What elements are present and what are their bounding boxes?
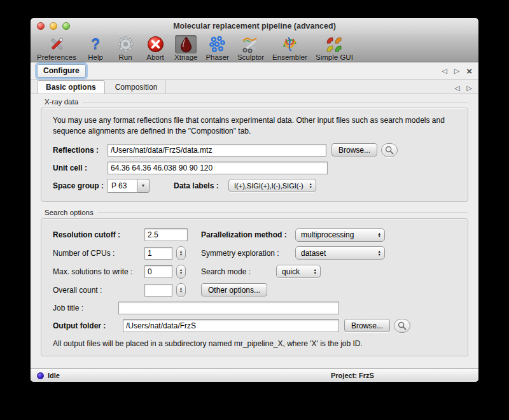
- parallelization-label: Parallelization method :: [201, 230, 295, 239]
- toolbar-label: Sculptor: [237, 53, 264, 61]
- search-group-label: Search options: [45, 209, 94, 216]
- toolbar-item-sculptor[interactable]: Sculptor: [237, 35, 264, 61]
- project-label: Project: FrzS: [331, 372, 374, 379]
- output-note: All output files will be placed in a sub…: [53, 339, 456, 348]
- toolbar-item-help[interactable]: ? Help: [85, 35, 106, 61]
- group-divider: [98, 212, 468, 213]
- toolbar-item-abort[interactable]: Abort: [144, 35, 166, 61]
- num-cpus-input[interactable]: [144, 247, 172, 260]
- next-page-icon[interactable]: ▷: [454, 67, 459, 74]
- title-bar: Molecular replacement pipeline (advanced…: [31, 18, 478, 34]
- run-gear-icon: [115, 35, 136, 53]
- tab-scroll-nav: ◁ ▷: [454, 85, 472, 92]
- stepper-down-icon: ▼: [179, 272, 183, 275]
- cpus-row: Number of CPUs : ▲ ▼ Symmetry exploratio…: [53, 246, 456, 260]
- toolbar-item-preferences[interactable]: Preferences: [37, 35, 76, 61]
- window-title: Molecular replacement pipeline (advanced…: [173, 22, 336, 31]
- output-inspect-button[interactable]: [394, 319, 410, 333]
- unit-cell-label: Unit cell :: [53, 164, 108, 172]
- overall-count-input[interactable]: [144, 284, 172, 297]
- reflections-row: Reflections : Browse...: [53, 143, 456, 157]
- parallelization-popup[interactable]: multiprocessing ▲▼: [295, 228, 385, 242]
- configure-row: Configure ◁ ▷ ×: [31, 62, 478, 80]
- resolution-row: Resolution cutoff : Parallelization meth…: [53, 228, 456, 242]
- help-question-icon: ?: [85, 35, 106, 53]
- data-labels-value: I(+),SIGI(+),I(-),SIGI(-): [234, 182, 305, 190]
- tab-composition[interactable]: Composition: [106, 80, 167, 94]
- toolbar-item-xtriage[interactable]: Xtriage: [174, 35, 197, 61]
- job-title-row: Job title :: [53, 302, 456, 314]
- reflections-browse-button[interactable]: Browse...: [331, 143, 377, 157]
- stepper-down-icon: ▼: [179, 290, 183, 293]
- max-solutions-input[interactable]: [144, 265, 172, 278]
- unit-cell-input[interactable]: [108, 162, 328, 174]
- tab-basic-options[interactable]: Basic options: [37, 80, 105, 94]
- reflections-input[interactable]: [108, 144, 326, 157]
- toolbar-label: Xtriage: [174, 53, 197, 61]
- search-mode-label: Search mode :: [201, 267, 276, 276]
- phaser-molecule-icon: [207, 35, 228, 53]
- output-folder-label: Output folder :: [53, 321, 123, 330]
- search-mode-value: quick: [282, 267, 310, 276]
- search-group-header: Search options: [45, 209, 468, 216]
- traffic-lights: [37, 22, 70, 30]
- xtriage-droplet-icon: [175, 35, 197, 53]
- popup-arrows-icon: ▲▼: [305, 183, 312, 188]
- search-group-box: Resolution cutoff : Parallelization meth…: [41, 218, 468, 356]
- toolbar-label: Help: [88, 53, 103, 61]
- output-folder-input[interactable]: [123, 319, 339, 332]
- reflections-label: Reflections :: [53, 146, 108, 155]
- overall-count-stepper[interactable]: ▲ ▼: [176, 283, 186, 297]
- group-divider: [83, 102, 468, 102]
- prev-page-icon[interactable]: ◁: [442, 67, 447, 74]
- toolbar-item-ensembler[interactable]: Ensembler: [272, 35, 307, 61]
- magnifier-icon: [385, 146, 394, 155]
- unit-cell-row: Unit cell :: [53, 162, 456, 174]
- zoom-window-button[interactable]: [62, 22, 70, 30]
- close-window-button[interactable]: [37, 22, 45, 30]
- xray-group-box: You may use any format reflections file …: [41, 108, 468, 202]
- basic-options-panel: X-ray data You may use any format reflec…: [31, 94, 478, 368]
- popup-arrows-icon: ▲▼: [310, 269, 317, 274]
- num-cpus-stepper[interactable]: ▲ ▼: [176, 246, 186, 260]
- popup-arrows-icon: ▲▼: [374, 232, 381, 238]
- toolbar-label: Run: [118, 53, 132, 61]
- tab-strip: Basic options Composition ◁ ▷: [31, 80, 478, 94]
- resolution-cutoff-input[interactable]: [144, 228, 188, 241]
- space-group-value: P 63: [108, 179, 137, 193]
- max-solutions-stepper[interactable]: ▲ ▼: [176, 265, 186, 279]
- window-tab-nav: ◁ ▷ ×: [442, 66, 472, 76]
- search-mode-popup[interactable]: quick ▲▼: [276, 265, 321, 278]
- job-title-input[interactable]: [118, 302, 339, 314]
- max-solutions-label: Max. solutions to write :: [53, 267, 144, 276]
- tab-prev-icon[interactable]: ◁: [454, 85, 459, 92]
- status-led-icon: [37, 372, 44, 379]
- space-group-combo[interactable]: P 63 ▼: [108, 179, 150, 193]
- toolbar-item-phaser[interactable]: Phaser: [206, 35, 228, 61]
- symmetry-popup[interactable]: dataset ▲▼: [295, 246, 385, 260]
- data-labels-popup[interactable]: I(+),SIGI(+),I(-),SIGI(-) ▲▼: [228, 179, 316, 192]
- job-title-label: Job title :: [53, 304, 118, 312]
- minimize-window-button[interactable]: [50, 22, 57, 30]
- sculptor-scissors-icon: [240, 35, 261, 53]
- output-browse-button[interactable]: Browse...: [344, 319, 390, 332]
- toolbar-item-simple-gui[interactable]: Simple GUI: [316, 35, 353, 61]
- close-page-icon[interactable]: ×: [466, 66, 472, 76]
- symmetry-value: dataset: [301, 249, 374, 258]
- other-options-button[interactable]: Other options...: [201, 283, 267, 297]
- num-cpus-label: Number of CPUs :: [53, 249, 144, 258]
- magnifier-icon: [398, 321, 407, 330]
- xray-description: You may use any format reflections file …: [53, 115, 456, 137]
- status-text: Idle: [48, 372, 60, 379]
- toolbar-label: Phaser: [206, 53, 228, 61]
- toolbar-item-run[interactable]: Run: [115, 35, 136, 61]
- max-solutions-row: Max. solutions to write : ▲ ▼ Search mod…: [53, 265, 456, 279]
- combo-dropdown-icon[interactable]: ▼: [137, 179, 150, 193]
- preferences-tools-icon: [46, 35, 67, 53]
- toolbar-label: Abort: [146, 53, 164, 61]
- configure-tab[interactable]: Configure: [37, 64, 86, 78]
- tab-next-icon[interactable]: ▷: [467, 85, 472, 92]
- reflections-inspect-button[interactable]: [381, 143, 398, 157]
- symmetry-label: Symmetry exploration :: [201, 249, 295, 258]
- app-window: Molecular replacement pipeline (advanced…: [31, 18, 478, 382]
